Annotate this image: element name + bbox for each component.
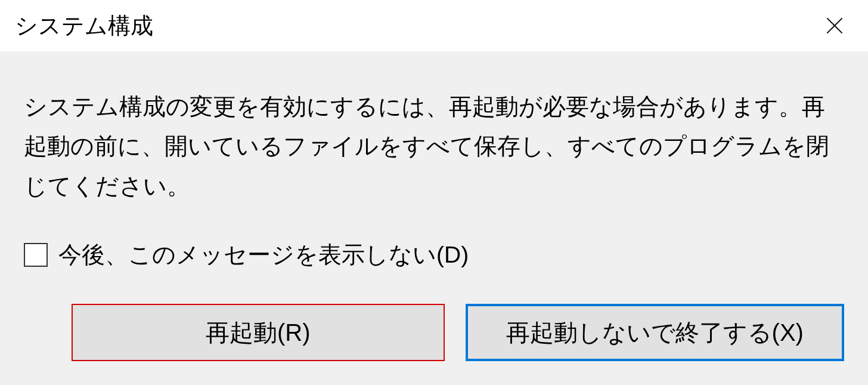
dialog-message: システム構成の変更を有効にするには、再起動が必要な場合があります。再起動の前に、…: [24, 87, 844, 206]
checkbox-row: 今後、このメッセージを表示しない(D): [24, 239, 844, 271]
close-icon[interactable]: [822, 13, 847, 38]
dialog-content: システム構成の変更を有効にするには、再起動が必要な場合があります。再起動の前に、…: [0, 51, 868, 385]
dont-show-again-checkbox[interactable]: [24, 243, 48, 267]
system-configuration-dialog: システム構成 システム構成の変更を有効にするには、再起動が必要な場合があります。…: [0, 0, 868, 385]
titlebar: システム構成: [0, 0, 868, 51]
restart-button[interactable]: 再起動(R): [72, 304, 445, 361]
dont-show-again-label[interactable]: 今後、このメッセージを表示しない(D): [58, 239, 469, 271]
dialog-title: システム構成: [15, 11, 153, 41]
exit-without-restart-button[interactable]: 再起動しないで終了する(X): [466, 304, 844, 361]
button-row: 再起動(R) 再起動しないで終了する(X): [24, 304, 844, 361]
